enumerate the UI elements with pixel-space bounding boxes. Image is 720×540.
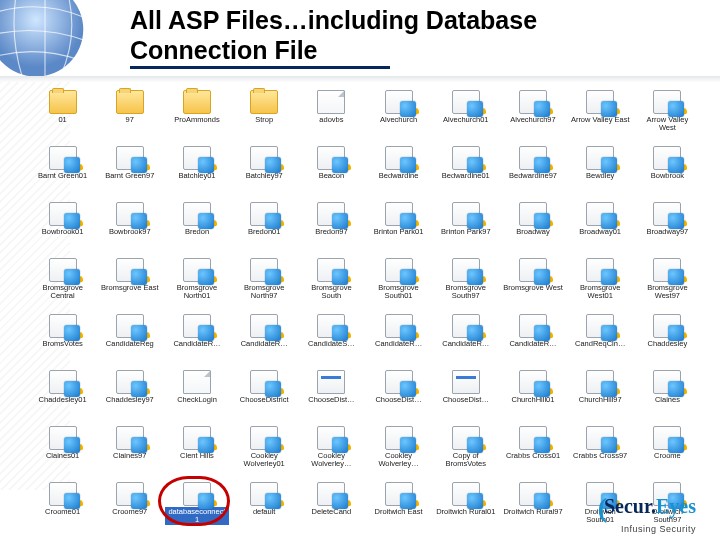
file-item[interactable]: Bromsgrove North97	[232, 258, 297, 308]
file-item[interactable]: Arrow Valley East	[568, 90, 633, 140]
brand-tagline: Infusing Security	[598, 524, 696, 534]
asp-file-icon	[385, 314, 413, 338]
file-item[interactable]: Clent Hills	[164, 426, 229, 476]
file-item[interactable]: Alvechurch	[366, 90, 431, 140]
file-item[interactable]: Beacon	[299, 146, 364, 196]
file-item[interactable]: Brinton Park97	[433, 202, 498, 252]
file-item[interactable]: Bromsgrove West01	[568, 258, 633, 308]
file-item[interactable]: Bowbrook	[635, 146, 700, 196]
file-item[interactable]: 01	[30, 90, 95, 140]
file-item[interactable]: Claines	[635, 370, 700, 420]
file-item[interactable]: Bromsgrove East	[97, 258, 162, 308]
asp-file-icon	[49, 258, 77, 282]
file-item[interactable]: Bredon97	[299, 202, 364, 252]
asp-file-icon	[586, 90, 614, 114]
file-item[interactable]: Bedwardine	[366, 146, 431, 196]
file-label: Crabbs Cross97	[571, 451, 629, 461]
file-item[interactable]: CheckLogin	[164, 370, 229, 420]
asp-file-icon	[317, 258, 345, 282]
file-item[interactable]: Broadway97	[635, 202, 700, 252]
file-item[interactable]: Droitwich Rural97	[500, 482, 565, 532]
file-item[interactable]: Alvechurch97	[500, 90, 565, 140]
file-item[interactable]: BromsVotes	[30, 314, 95, 364]
footer: (Secur.Eyes Infusing Security	[598, 492, 696, 534]
file-item[interactable]: CandReqCln…	[568, 314, 633, 364]
file-item[interactable]: Chaddesley97	[97, 370, 162, 420]
file-item[interactable]: Arrow Valley West	[635, 90, 700, 140]
file-item[interactable]: Bromsgrove South	[299, 258, 364, 308]
file-item[interactable]: Crabbs Cross97	[568, 426, 633, 476]
file-item[interactable]: Broadway	[500, 202, 565, 252]
file-item[interactable]: Claines01	[30, 426, 95, 476]
file-item[interactable]: Bedwardine01	[433, 146, 498, 196]
file-item[interactable]: default	[232, 482, 297, 532]
file-item[interactable]: CandidateS…	[299, 314, 364, 364]
file-item[interactable]: ChooseDist…	[366, 370, 431, 420]
file-label: adovbs	[317, 115, 345, 125]
file-item[interactable]: Cookley Wolverley01	[232, 426, 297, 476]
asp-file-icon	[385, 90, 413, 114]
file-item[interactable]: Cookley Wolverley…	[366, 426, 431, 476]
file-item[interactable]: ProAmmonds	[164, 90, 229, 140]
file-item[interactable]: adovbs	[299, 90, 364, 140]
file-item[interactable]: Droitwich Rural01	[433, 482, 498, 532]
file-item[interactable]: Bredon01	[232, 202, 297, 252]
file-item[interactable]: Barnt Green97	[97, 146, 162, 196]
file-item[interactable]: Cookley Wolverley…	[299, 426, 364, 476]
file-item[interactable]: Bromsgrove West	[500, 258, 565, 308]
file-item[interactable]: Strop	[232, 90, 297, 140]
file-item[interactable]: CandidateR…	[164, 314, 229, 364]
file-item[interactable]: CandidateReg	[97, 314, 162, 364]
file-item[interactable]: CandidateR…	[232, 314, 297, 364]
file-item[interactable]: Brinton Park01	[366, 202, 431, 252]
file-item[interactable]: Chaddesley01	[30, 370, 95, 420]
file-item[interactable]: Alvechurch01	[433, 90, 498, 140]
file-label: CandidateS…	[306, 339, 357, 349]
file-item[interactable]: Croome01	[30, 482, 95, 532]
file-item[interactable]: Bowbrook01	[30, 202, 95, 252]
file-item[interactable]: Claines97	[97, 426, 162, 476]
file-item[interactable]: Bewdley	[568, 146, 633, 196]
brand-logo: (Secur.Eyes	[598, 492, 696, 524]
file-item[interactable]: databaseconnect1	[164, 482, 229, 532]
file-item[interactable]: Batchley01	[164, 146, 229, 196]
asp-file-icon	[250, 482, 278, 506]
file-label: Arrow Valley West	[635, 115, 699, 133]
file-item[interactable]: Chaddesley	[635, 314, 700, 364]
file-item[interactable]: Batchley97	[232, 146, 297, 196]
asp-file-icon	[452, 314, 480, 338]
file-item[interactable]: DeleteCand	[299, 482, 364, 532]
file-item[interactable]: Barnt Green01	[30, 146, 95, 196]
file-item[interactable]: Droitwich East	[366, 482, 431, 532]
file-item[interactable]: Bromsgrove South01	[366, 258, 431, 308]
file-item[interactable]: ChurchHill01	[500, 370, 565, 420]
file-item[interactable]: ChurchHill97	[568, 370, 633, 420]
file-item[interactable]: Bredon	[164, 202, 229, 252]
file-item[interactable]: Bedwardine97	[500, 146, 565, 196]
file-item[interactable]: ChooseDistrict	[232, 370, 297, 420]
file-label: Bromsgrove North01	[165, 283, 229, 301]
file-label: 01	[56, 115, 68, 125]
file-item[interactable]: 97	[97, 90, 162, 140]
asp-file-icon	[653, 258, 681, 282]
file-label: ProAmmonds	[172, 115, 221, 125]
file-item[interactable]: ChooseDist…	[433, 370, 498, 420]
folder-icon	[49, 90, 77, 114]
file-item[interactable]: Crabbs Cross01	[500, 426, 565, 476]
file-item[interactable]: Broadway01	[568, 202, 633, 252]
file-item[interactable]: CandidateR…	[366, 314, 431, 364]
file-item[interactable]: Croome	[635, 426, 700, 476]
file-item[interactable]: Bromsgrove North01	[164, 258, 229, 308]
asp-file-icon	[49, 146, 77, 170]
file-item[interactable]: Bromsgrove South97	[433, 258, 498, 308]
file-item[interactable]: Copy of BromsVotes	[433, 426, 498, 476]
file-label: Bromsgrove West01	[568, 283, 632, 301]
file-item[interactable]: CandidateR…	[433, 314, 498, 364]
file-item[interactable]: Bowbrook97	[97, 202, 162, 252]
file-item[interactable]: CandidateR…	[500, 314, 565, 364]
page-title: All ASP Files…including Database Connect…	[130, 6, 537, 65]
file-item[interactable]: ChooseDist…	[299, 370, 364, 420]
file-item[interactable]: Croome97	[97, 482, 162, 532]
file-item[interactable]: Bromsgrove Central	[30, 258, 95, 308]
file-item[interactable]: Bromsgrove West97	[635, 258, 700, 308]
